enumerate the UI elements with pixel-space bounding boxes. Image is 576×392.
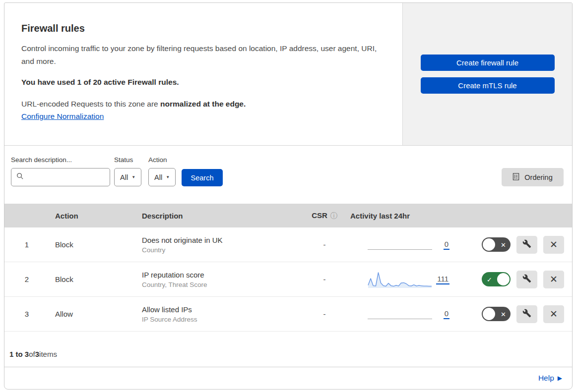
- filter-bar: Search description... Status All ▼ Actio…: [4, 146, 572, 204]
- rule-criteria: Country, Threat Score: [142, 281, 300, 288]
- action-dropdown-value: All: [154, 173, 162, 181]
- toggle-knob: [483, 238, 495, 251]
- normalization-note: URL-encoded Requests to this zone are no…: [21, 100, 383, 109]
- normalization-bold: normalized at the edge.: [160, 100, 246, 108]
- rule-description: Allow listed IPs: [142, 305, 300, 314]
- rule-enable-toggle[interactable]: [482, 237, 511, 252]
- activity-sparkline: [368, 270, 432, 289]
- rule-activity-cell: 111: [349, 270, 453, 289]
- edit-rule-button[interactable]: [516, 236, 537, 254]
- rule-description-cell: IP reputation score Country, Threat Scor…: [136, 271, 300, 288]
- rule-action: Block: [49, 275, 136, 283]
- activity-count-link[interactable]: 0: [444, 309, 449, 319]
- status-label: Status: [114, 156, 141, 164]
- toggle-knob: [483, 308, 495, 320]
- rule-description: IP reputation score: [142, 271, 300, 279]
- wrench-icon: [522, 309, 531, 319]
- pagination-summary: 1 to 3 of 3 items: [4, 332, 572, 367]
- header-section: Firewall rules Control incoming traffic …: [4, 3, 572, 146]
- ordering-icon: [512, 173, 520, 182]
- rule-enable-toggle[interactable]: [482, 272, 511, 286]
- pagination-total: 3: [35, 350, 39, 358]
- ordering-button[interactable]: Ordering: [502, 168, 564, 186]
- delete-rule-button[interactable]: ✕: [543, 236, 564, 254]
- page-title: Firewall rules: [21, 23, 383, 34]
- activity-sparkline: [368, 305, 432, 324]
- chevron-down-icon: ▼: [166, 175, 170, 179]
- table-row: 3 Allow Allow listed IPs IP Source Addre…: [4, 297, 572, 332]
- configure-normalization-link[interactable]: Configure Normalization: [21, 112, 104, 120]
- search-input[interactable]: [11, 168, 110, 186]
- pagination-range: 1 to 3: [9, 350, 29, 358]
- help-row: Help ▶: [4, 367, 572, 389]
- rule-priority: 3: [4, 310, 49, 318]
- search-label: Search description...: [11, 156, 110, 164]
- activity-count-link[interactable]: 111: [436, 275, 449, 284]
- zero-activity-line: [368, 249, 432, 250]
- ordering-button-label: Ordering: [524, 173, 552, 181]
- arrow-right-icon: ▶: [558, 375, 562, 382]
- actions-panel: Create firewall rule Create mTLS rule: [402, 3, 572, 145]
- search-group: Search description...: [11, 156, 110, 186]
- rule-controls: ✕: [453, 305, 572, 323]
- column-csr-label: CSR: [312, 211, 327, 220]
- activity-count-link[interactable]: 0: [444, 240, 449, 250]
- column-csr: CSRⓘ: [300, 211, 349, 221]
- rule-csr: -: [300, 310, 349, 318]
- rule-controls: ✕: [453, 271, 572, 288]
- table-row: 2 Block IP reputation score Country, Thr…: [4, 262, 572, 297]
- rule-criteria: IP Source Address: [142, 316, 300, 323]
- status-filter-group: Status All ▼: [114, 156, 141, 186]
- close-icon: ✕: [550, 275, 558, 284]
- search-icon: [16, 172, 24, 182]
- column-description: Description: [136, 212, 300, 220]
- pagination-of: of: [29, 350, 35, 358]
- delete-rule-button[interactable]: ✕: [543, 271, 564, 288]
- toggle-knob: [497, 273, 510, 285]
- header-content: Firewall rules Control incoming traffic …: [4, 3, 402, 145]
- create-mtls-rule-button[interactable]: Create mTLS rule: [421, 77, 555, 94]
- rule-activity-cell: 0: [349, 235, 453, 254]
- rule-priority: 2: [4, 275, 49, 283]
- table-row: 1 Block Does not originate in UK Country…: [4, 227, 572, 262]
- edit-rule-button[interactable]: [516, 271, 537, 288]
- info-icon[interactable]: ⓘ: [330, 212, 337, 220]
- zero-activity-line: [368, 319, 432, 319]
- page-description: Control incoming traffic to your zone by…: [21, 42, 383, 68]
- status-dropdown-value: All: [120, 173, 128, 181]
- wrench-icon: [522, 274, 531, 284]
- create-firewall-rule-button[interactable]: Create firewall rule: [421, 55, 555, 71]
- pagination-items: items: [39, 350, 57, 358]
- rule-csr: -: [300, 240, 349, 249]
- rule-action: Allow: [49, 310, 136, 318]
- toggle-state-icon: [487, 276, 492, 283]
- toggle-state-icon: [501, 310, 506, 318]
- chevron-down-icon: ▼: [131, 175, 135, 179]
- column-activity: Activity last 24hr: [349, 212, 453, 220]
- usage-summary: You have used 1 of 20 active Firewall ru…: [21, 78, 383, 87]
- search-input-field[interactable]: [28, 173, 105, 182]
- rule-enable-toggle[interactable]: [482, 307, 511, 321]
- action-dropdown[interactable]: All ▼: [148, 168, 176, 186]
- rule-activity-cell: 0: [349, 305, 453, 324]
- action-label: Action: [148, 156, 176, 164]
- rule-controls: ✕: [453, 236, 572, 254]
- rule-csr: -: [300, 275, 349, 283]
- normalization-text: URL-encoded Requests to this zone are: [21, 100, 160, 108]
- status-dropdown[interactable]: All ▼: [114, 168, 141, 186]
- firewall-rules-card: Firewall rules Control incoming traffic …: [4, 2, 573, 390]
- rule-priority: 1: [4, 240, 49, 249]
- wrench-icon: [522, 239, 531, 250]
- rule-criteria: Country: [142, 246, 300, 254]
- help-link[interactable]: Help: [538, 374, 554, 383]
- action-filter-group: Action All ▼: [148, 156, 176, 186]
- table-header: Action Description CSRⓘ Activity last 24…: [4, 204, 572, 227]
- search-button[interactable]: Search: [182, 169, 223, 186]
- column-action: Action: [49, 212, 136, 220]
- delete-rule-button[interactable]: ✕: [543, 305, 564, 323]
- toggle-state-icon: [501, 241, 506, 248]
- edit-rule-button[interactable]: [516, 305, 537, 323]
- rule-description-cell: Does not originate in UK Country: [136, 236, 300, 254]
- rule-action: Block: [49, 240, 136, 249]
- rule-description-cell: Allow listed IPs IP Source Address: [136, 305, 300, 323]
